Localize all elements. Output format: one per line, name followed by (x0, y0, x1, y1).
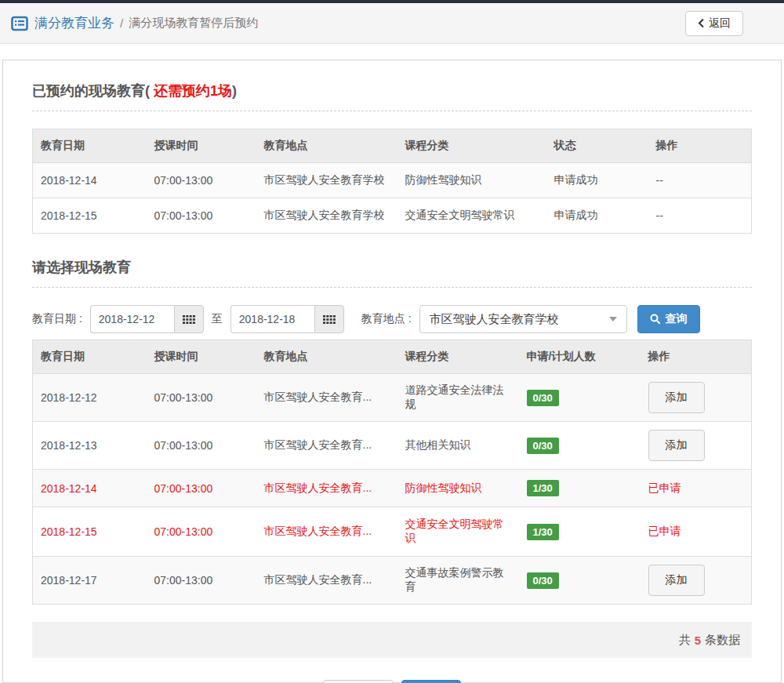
count-badge: 0/30 (527, 572, 559, 589)
cell-location: 市区驾驶人安全教育... (256, 374, 397, 422)
location-select-value: 市区驾驶人安全教育学校 (430, 312, 559, 327)
cell-date: 2018-12-12 (33, 374, 147, 422)
col-header-location: 教育地点 (256, 129, 397, 163)
add-button[interactable]: 添加 (648, 382, 705, 413)
col-header-location: 教育地点 (256, 340, 397, 374)
total-prefix: 共 (679, 633, 691, 648)
list-alt-icon (11, 16, 28, 31)
applied-status-text: 已申请 (648, 525, 681, 537)
cell-action: 添加 (641, 422, 752, 470)
booked-table: 教育日期 授课时间 教育地点 课程分类 状态 操作 2018-12-14 07:… (32, 129, 752, 234)
cell-time: 07:00-13:00 (147, 507, 256, 557)
search-icon (650, 314, 661, 325)
cell-time: 07:00-13:00 (147, 557, 256, 605)
cell-location: 市区驾驶人安全教育... (256, 557, 397, 605)
cell-time: 07:00-13:00 (147, 470, 256, 507)
breadcrumb-section-link[interactable]: 满分教育业务 (34, 14, 114, 32)
chevron-left-icon (698, 18, 705, 28)
cell-count: 1/30 (519, 507, 641, 557)
col-header-status: 状态 (546, 129, 648, 163)
cell-time: 07:00-13:00 (147, 422, 256, 470)
divider (32, 287, 752, 288)
col-header-action: 操作 (641, 340, 752, 374)
col-header-date: 教育日期 (33, 129, 147, 163)
cell-time: 07:00-13:00 (147, 374, 256, 422)
breadcrumb-current: 满分现场教育暂停后预约 (129, 16, 258, 31)
col-header-category: 课程分类 (397, 129, 546, 163)
cell-location: 市区驾驶人安全教育... (256, 422, 397, 470)
table-row: 2018-12-12 07:00-13:00 市区驾驶人安全教育... 道路交通… (33, 374, 752, 422)
calendar-grid-icon[interactable] (174, 305, 204, 333)
cell-count: 0/30 (519, 422, 641, 470)
cell-date: 2018-12-17 (33, 557, 147, 605)
calendar-grid-icon[interactable] (314, 305, 344, 333)
col-header-action: 操作 (648, 129, 752, 163)
count-badge: 1/30 (527, 480, 559, 496)
col-header-category: 课程分类 (397, 340, 519, 374)
table-row-applied: 2018-12-14 07:00-13:00 市区驾驶人安全教育... 防御性驾… (33, 470, 752, 507)
cell-date: 2018-12-14 (33, 163, 147, 198)
col-header-count: 申请/计划人数 (519, 340, 641, 374)
save-button[interactable]: 保 存 (401, 680, 461, 683)
booked-title-text: 已预约的现场教育( (32, 83, 150, 99)
add-button[interactable]: 添加 (648, 565, 705, 596)
cell-date: 2018-12-14 (33, 470, 147, 507)
table-row: 2018-12-13 07:00-13:00 市区驾驶人安全教育... 其他相关… (33, 422, 752, 470)
location-select[interactable]: 市区驾驶人安全教育学校 (419, 305, 627, 333)
cell-category: 防御性驾驶知识 (397, 163, 546, 198)
cell-location: 市区驾驶人安全教育学校 (256, 198, 397, 234)
date-range-to-label: 至 (212, 312, 223, 326)
date-to-group (230, 305, 344, 333)
location-filter-label: 教育地点 : (361, 312, 412, 326)
booked-title-highlight: 还需预约1场 (150, 83, 232, 99)
select-section-title: 请选择现场教育 (32, 258, 752, 277)
cell-action: 已申请 (641, 470, 752, 507)
cell-category: 道路交通安全法律法规 (397, 374, 519, 422)
select-table: 教育日期 授课时间 教育地点 课程分类 申请/计划人数 操作 2018-12-1… (32, 340, 752, 605)
back-button-label: 返回 (709, 16, 731, 31)
applied-status-text: 已申请 (648, 481, 681, 494)
date-to-input[interactable] (230, 305, 314, 333)
table-footer-total: 共 5 条数据 (32, 622, 752, 658)
cell-date: 2018-12-13 (33, 422, 147, 470)
main-panel: 已预约的现场教育( 还需预约1场) 教育日期 授课时间 教育地点 课程分类 状态… (2, 60, 782, 683)
cell-category: 其他相关知识 (397, 422, 519, 470)
cell-date: 2018-12-15 (33, 507, 147, 557)
table-row: 2018-12-15 07:00-13:00 市区驾驶人安全教育学校 交通安全文… (33, 198, 752, 234)
add-button[interactable]: 添加 (648, 430, 705, 461)
col-header-time: 授课时间 (147, 340, 256, 374)
breadcrumb: 满分教育业务 / 满分现场教育暂停后预约 (11, 14, 258, 32)
cell-count: 1/30 (519, 470, 641, 507)
cell-location: 市区驾驶人安全教育... (256, 470, 397, 507)
cell-action: 添加 (641, 557, 752, 605)
table-row: 2018-12-17 07:00-13:00 市区驾驶人安全教育... 交通事故… (33, 557, 752, 605)
previous-step-button[interactable]: 上一步 (323, 680, 394, 683)
breadcrumb-separator: / (120, 16, 123, 30)
total-suffix: 条数据 (705, 633, 740, 648)
cell-time: 07:00-13:00 (147, 163, 256, 198)
table-row: 2018-12-14 07:00-13:00 市区驾驶人安全教育学校 防御性驾驶… (33, 163, 752, 198)
cell-date: 2018-12-15 (33, 198, 147, 234)
cell-status: 申请成功 (546, 198, 648, 234)
count-badge: 0/30 (527, 390, 559, 406)
count-badge: 1/30 (527, 524, 559, 540)
date-from-input[interactable] (90, 305, 174, 333)
page-header: 满分教育业务 / 满分现场教育暂停后预约 返回 (0, 3, 784, 44)
back-button[interactable]: 返回 (685, 11, 743, 36)
cell-count: 0/30 (519, 374, 641, 422)
search-button[interactable]: 查询 (637, 305, 700, 333)
cell-location: 市区驾驶人安全教育学校 (256, 163, 397, 198)
booked-table-header-row: 教育日期 授课时间 教育地点 课程分类 状态 操作 (33, 129, 752, 163)
chevron-down-icon (609, 317, 617, 322)
col-header-time: 授课时间 (147, 129, 256, 163)
cell-time: 07:00-13:00 (147, 198, 256, 234)
count-badge: 0/30 (527, 438, 559, 454)
filter-bar: 教育日期 : 至 教育地点 : 市区驾驶人安全教育学校 查询 (32, 305, 752, 333)
booked-title-suffix: ) (232, 83, 237, 99)
select-table-header-row: 教育日期 授课时间 教育地点 课程分类 申请/计划人数 操作 (33, 340, 752, 374)
cell-category: 防御性驾驶知识 (397, 470, 519, 507)
cell-action: 已申请 (641, 507, 752, 557)
date-filter-label: 教育日期 : (32, 312, 82, 326)
total-count: 5 (695, 634, 701, 647)
cell-category: 交通安全文明驾驶常识 (397, 507, 519, 557)
